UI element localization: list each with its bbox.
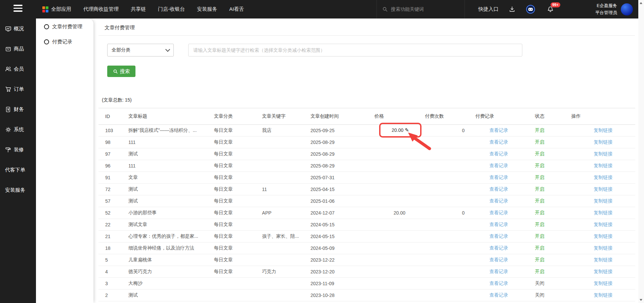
copy-link-button[interactable]: 复制链接 xyxy=(594,280,612,286)
sidebar-item-install-service[interactable]: 安装服务 xyxy=(0,180,36,200)
user-info[interactable]: E企盈服务 平台管理员 xyxy=(595,2,617,16)
topnav-item-3[interactable]: 共享链 xyxy=(131,6,146,12)
pay-count-cell xyxy=(425,278,475,290)
copy-link-button[interactable]: 复制链接 xyxy=(594,222,612,227)
status-text[interactable]: 开启 xyxy=(535,175,545,180)
download-icon[interactable] xyxy=(509,6,516,13)
status-text[interactable]: 开启 xyxy=(535,257,545,262)
scroll-down-arrow-icon[interactable] xyxy=(640,299,642,301)
status-text[interactable]: 开启 xyxy=(535,245,545,251)
status-cell: 开启 xyxy=(523,231,571,242)
topnav-item-5[interactable]: 安装服务 xyxy=(197,6,217,12)
article-keyword-cell xyxy=(256,242,304,254)
status-text[interactable]: 关闭 xyxy=(535,280,545,286)
view-records-link[interactable]: 查看记录 xyxy=(489,245,508,251)
copy-link-button[interactable]: 复制链接 xyxy=(594,186,612,192)
view-records-link[interactable]: 查看记录 xyxy=(489,198,508,203)
status-text[interactable]: 开启 xyxy=(535,233,545,239)
sidebar-item-overview[interactable]: 概况 xyxy=(0,18,36,39)
sidebar-item-decorate[interactable]: 装修 xyxy=(0,140,36,160)
sidebar-item-proxy-order[interactable]: 代客下单 xyxy=(0,160,36,180)
sidebar-item-system[interactable]: 系统 xyxy=(0,119,36,140)
copy-link-button[interactable]: 复制链接 xyxy=(594,198,612,203)
status-cell: 开启 xyxy=(523,219,571,231)
action-cell: 复制链接 xyxy=(571,266,635,278)
table-row: 91文章每日文章2025-07-31查看记录开启复制链接 xyxy=(98,172,635,184)
column-header: 状态 xyxy=(523,108,571,125)
view-records-link[interactable]: 查看记录 xyxy=(489,292,508,298)
action-cell: 复制链接 xyxy=(571,207,635,219)
action-cell: 复制链接 xyxy=(571,254,635,266)
sidebar-item-member[interactable]: 会员 xyxy=(0,59,36,79)
status-text[interactable]: 开启 xyxy=(535,163,545,168)
submenu-item-1[interactable]: 文章付费管理 xyxy=(36,19,93,34)
status-text[interactable]: 开启 xyxy=(535,127,545,133)
notifications-bell[interactable]: 99+ xyxy=(547,6,554,13)
column-header: 文章分类 xyxy=(207,108,255,125)
view-records-link[interactable]: 查看记录 xyxy=(489,151,508,156)
copy-link-button[interactable]: 复制链接 xyxy=(594,151,612,156)
view-records-link[interactable]: 查看记录 xyxy=(489,186,508,192)
view-records-link[interactable]: 查看记录 xyxy=(489,163,508,168)
topnav-item-6[interactable]: AI看舌 xyxy=(229,6,244,12)
copy-link-button[interactable]: 复制链接 xyxy=(594,269,612,274)
search-button[interactable]: 搜索 xyxy=(107,66,135,77)
status-text[interactable]: 开启 xyxy=(535,222,545,227)
edit-price-icon[interactable]: ✎ xyxy=(405,127,409,133)
price-cell xyxy=(374,148,425,160)
copy-link-button[interactable]: 复制链接 xyxy=(594,292,612,298)
action-cell: 复制链接 xyxy=(571,125,635,137)
keyword-search-input[interactable] xyxy=(188,44,522,56)
apps-grid-icon xyxy=(42,6,48,12)
view-records-link[interactable]: 查看记录 xyxy=(489,210,508,215)
global-search-input[interactable]: 搜索功能关键词 xyxy=(376,0,465,18)
pay-record-cell: 查看记录 xyxy=(475,231,522,242)
copy-link-button[interactable]: 复制链接 xyxy=(594,127,612,133)
view-records-link[interactable]: 查看记录 xyxy=(489,280,508,286)
copy-link-button[interactable]: 复制链接 xyxy=(594,139,612,145)
status-text[interactable]: 开启 xyxy=(535,139,545,145)
topnav-item-1[interactable]: 全部应用 xyxy=(42,6,71,12)
article-title-cell: 测试 xyxy=(122,148,207,160)
status-text[interactable]: 开启 xyxy=(535,151,545,156)
copy-link-button[interactable]: 复制链接 xyxy=(594,245,612,251)
sidebar-item-order[interactable]: 订单 xyxy=(0,79,36,99)
pay-count-cell xyxy=(425,219,475,231)
view-records-link[interactable]: 查看记录 xyxy=(489,175,508,180)
view-records-link[interactable]: 查看记录 xyxy=(489,233,508,239)
price-cell xyxy=(374,195,425,207)
sidebar-item-finance[interactable]: 财务 xyxy=(0,99,36,119)
topnav-item-2[interactable]: 代理商收益管理 xyxy=(83,6,119,12)
status-text[interactable]: 关闭 xyxy=(535,292,545,298)
status-text[interactable]: 开启 xyxy=(535,198,545,203)
view-records-link[interactable]: 查看记录 xyxy=(489,127,508,133)
view-records-link[interactable]: 查看记录 xyxy=(489,222,508,227)
status-text[interactable]: 开启 xyxy=(535,186,545,192)
view-records-link[interactable]: 查看记录 xyxy=(489,257,508,262)
pay-record-cell: 查看记录 xyxy=(475,254,522,266)
category-select[interactable]: 全部分类 xyxy=(107,44,174,56)
scroll-up-arrow-icon[interactable] xyxy=(640,2,642,4)
article-created-cell: 2023-11-09 xyxy=(304,278,374,290)
table-row: 18细说坐骨神经痛，以及治疗方法每日文章2024-05-09查看记录开启复制链接 xyxy=(98,242,635,254)
view-records-link[interactable]: 查看记录 xyxy=(489,139,508,145)
article-id-cell: 98 xyxy=(98,137,122,148)
copy-link-button[interactable]: 复制链接 xyxy=(594,233,612,239)
copy-link-button[interactable]: 复制链接 xyxy=(594,163,612,168)
ai-assistant-icon[interactable] xyxy=(526,4,535,14)
view-records-link[interactable]: 查看记录 xyxy=(489,269,508,274)
topnav-item-4[interactable]: 门店-收银台 xyxy=(158,6,185,12)
price-value: 20.00 xyxy=(392,127,403,133)
scrollbar[interactable] xyxy=(638,0,644,303)
hamburger-menu-icon[interactable] xyxy=(13,5,23,12)
avatar[interactable] xyxy=(621,3,633,15)
copy-link-button[interactable]: 复制链接 xyxy=(594,257,612,262)
submenu-item-2[interactable]: 付费记录 xyxy=(36,34,93,49)
copy-link-button[interactable]: 复制链接 xyxy=(594,210,612,215)
sidebar-item-goods[interactable]: 商品 xyxy=(0,39,36,59)
status-text[interactable]: 开启 xyxy=(535,269,545,274)
global-search-placeholder: 搜索功能关键词 xyxy=(391,6,424,12)
status-text[interactable]: 开启 xyxy=(535,210,545,215)
quick-entry-link[interactable]: 快捷入口 xyxy=(478,6,498,12)
copy-link-button[interactable]: 复制链接 xyxy=(594,175,612,180)
